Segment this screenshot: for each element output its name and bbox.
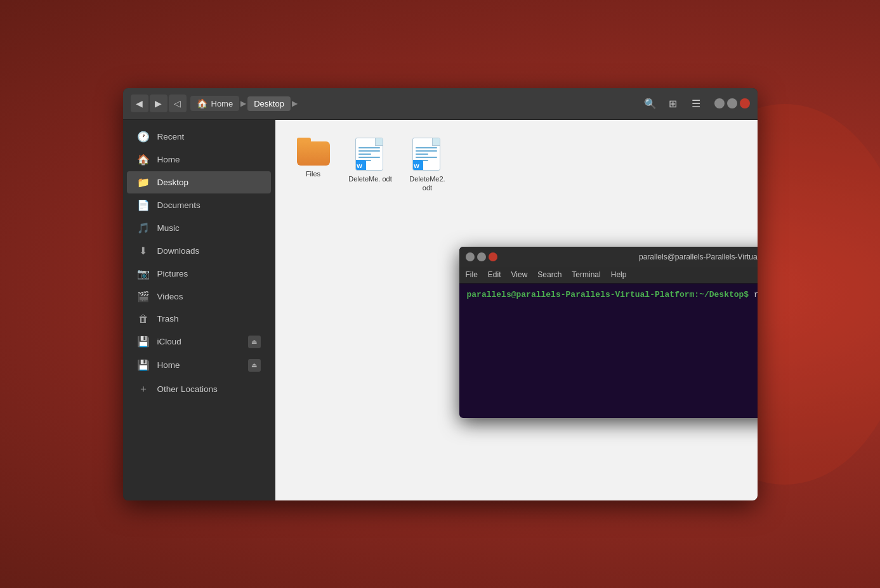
toolbar-actions: 🔍 ⊞ ☰ — [641, 94, 706, 113]
terminal-command: rm DeleteMe.odt — [749, 290, 757, 299]
icloud-icon: 💾 — [137, 336, 150, 348]
file-item-deleteme[interactable]: W DeleteMe. odt — [345, 133, 396, 198]
icloud-eject-button[interactable]: ⏏ — [248, 336, 261, 348]
toolbar: ◀ ▶ ◁ 🏠 Home ▶ Desktop ▶ 🔍 ⊞ ☰ — [123, 88, 758, 120]
sidebar-item-downloads[interactable]: ⬇ Downloads — [127, 240, 271, 262]
sidebar-item-icloud[interactable]: 💾 iCloud ⏏ — [127, 330, 271, 353]
odt-icon: W — [412, 138, 443, 171]
cloud-home-icon: 💾 — [137, 359, 150, 371]
minimize-button[interactable] — [714, 98, 725, 108]
pictures-icon: 📷 — [137, 268, 150, 280]
breadcrumb-desktop-label: Desktop — [254, 99, 284, 108]
file-area: Files — [275, 120, 758, 500]
terminal-menu-search[interactable]: Search — [537, 270, 561, 279]
list-view-button[interactable]: ☰ — [686, 94, 706, 113]
files-grid: Files — [275, 120, 758, 211]
documents-icon: 📄 — [137, 199, 150, 211]
file-manager-window: ◀ ▶ ◁ 🏠 Home ▶ Desktop ▶ 🔍 ⊞ ☰ — [123, 88, 758, 500]
file-label: Files — [306, 169, 320, 178]
window-controls — [714, 98, 750, 108]
sidebar-item-trash[interactable]: 🗑 Trash — [127, 308, 271, 330]
file-label: DeleteMe. odt — [348, 174, 391, 183]
desktop-icon: 📁 — [137, 176, 150, 188]
sidebar-item-home[interactable]: 🏠 Home — [127, 148, 271, 171]
up-button[interactable]: ◁ — [169, 95, 187, 112]
terminal-window-controls — [466, 252, 497, 261]
terminal-menu-view[interactable]: View — [511, 270, 528, 279]
sidebar-item-cloud-home[interactable]: 💾 Home ⏏ — [127, 354, 271, 377]
sidebar-item-label: Recent — [157, 132, 261, 141]
terminal-menu-edit[interactable]: Edit — [488, 270, 501, 279]
terminal-body[interactable]: parallels@parallels-Parallels-Virtual-Pl… — [459, 284, 758, 418]
search-button[interactable]: 🔍 — [641, 94, 660, 113]
terminal-menubar: File Edit View Search Terminal Help — [459, 267, 758, 284]
grid-view-button[interactable]: ⊞ — [664, 94, 683, 113]
terminal-maximize-button[interactable] — [477, 252, 486, 261]
folder-icon — [297, 138, 330, 166]
sidebar-item-pictures[interactable]: 📷 Pictures — [127, 263, 271, 285]
sidebar-item-label: Pictures — [157, 269, 261, 278]
back-button[interactable]: ◀ — [131, 95, 148, 112]
sidebar-item-desktop[interactable]: 📁 Desktop — [127, 171, 271, 193]
home-icon: 🏠 — [197, 98, 207, 108]
downloads-icon: ⬇ — [137, 245, 150, 257]
sidebar-item-label: Documents — [157, 200, 261, 210]
breadcrumb-separator: ▶ — [240, 99, 246, 108]
sidebar-item-videos[interactable]: 🎬 Videos — [127, 285, 271, 308]
sidebar-item-recent[interactable]: 🕐 Recent — [127, 126, 271, 148]
cloud-home-eject-button[interactable]: ⏏ — [248, 359, 261, 372]
sidebar-item-label: Trash — [157, 314, 261, 323]
sidebar-item-documents[interactable]: 📄 Documents — [127, 194, 271, 216]
terminal-minimize-button[interactable] — [466, 252, 475, 261]
home-icon: 🏠 — [137, 154, 150, 166]
terminal-titlebar: parallels@parallels-Parallels-Virtual-Pl… — [459, 247, 758, 267]
main-area: 🕐 Recent 🏠 Home 📁 Desktop 📄 Documents 🎵 … — [123, 120, 758, 500]
sidebar-item-label: Home — [157, 360, 240, 370]
sidebar-item-label: Desktop — [157, 178, 261, 187]
forward-button[interactable]: ▶ — [150, 95, 167, 112]
terminal-title: parallels@parallels-Parallels-Virtual-Pl… — [501, 252, 758, 261]
terminal-close-button[interactable] — [489, 252, 497, 261]
trash-icon: 🗑 — [137, 313, 150, 325]
terminal-window: parallels@parallels-Parallels-Virtual-Pl… — [459, 247, 758, 418]
sidebar-item-label: Downloads — [157, 246, 261, 256]
sidebar-item-music[interactable]: 🎵 Music — [127, 217, 271, 239]
terminal-menu-help[interactable]: Help — [611, 270, 627, 279]
nav-buttons: ◀ ▶ ◁ — [131, 95, 187, 112]
breadcrumb-home-label: Home — [211, 99, 233, 108]
close-button[interactable] — [740, 98, 750, 108]
other-locations-icon: ＋ — [137, 382, 150, 396]
videos-icon: 🎬 — [137, 291, 150, 303]
file-item-deleteme2[interactable]: W DeleteMe2. odt — [402, 133, 453, 198]
sidebar: 🕐 Recent 🏠 Home 📁 Desktop 📄 Documents 🎵 … — [123, 120, 275, 500]
terminal-menu-terminal[interactable]: Terminal — [572, 270, 600, 279]
terminal-menu-file[interactable]: File — [466, 270, 478, 279]
odt-icon: W — [355, 138, 386, 171]
terminal-prompt: parallels@parallels-Parallels-Virtual-Pl… — [467, 290, 749, 299]
breadcrumb-desktop[interactable]: Desktop — [247, 96, 291, 111]
file-item-files[interactable]: Files — [288, 133, 339, 198]
recent-icon: 🕐 — [137, 131, 150, 143]
breadcrumb: 🏠 Home ▶ Desktop ▶ — [190, 96, 637, 111]
sidebar-item-label: Music — [157, 223, 261, 233]
sidebar-item-label: iCloud — [157, 337, 240, 346]
sidebar-item-label: Videos — [157, 292, 261, 301]
sidebar-item-label: Other Locations — [157, 384, 261, 394]
maximize-button[interactable] — [727, 98, 737, 108]
music-icon: 🎵 — [137, 222, 150, 234]
breadcrumb-separator2: ▶ — [292, 99, 298, 108]
sidebar-item-other-locations[interactable]: ＋ Other Locations — [127, 377, 271, 401]
file-label: DeleteMe2. odt — [405, 174, 450, 193]
breadcrumb-home[interactable]: 🏠 Home — [190, 96, 240, 111]
sidebar-item-label: Home — [157, 155, 261, 164]
